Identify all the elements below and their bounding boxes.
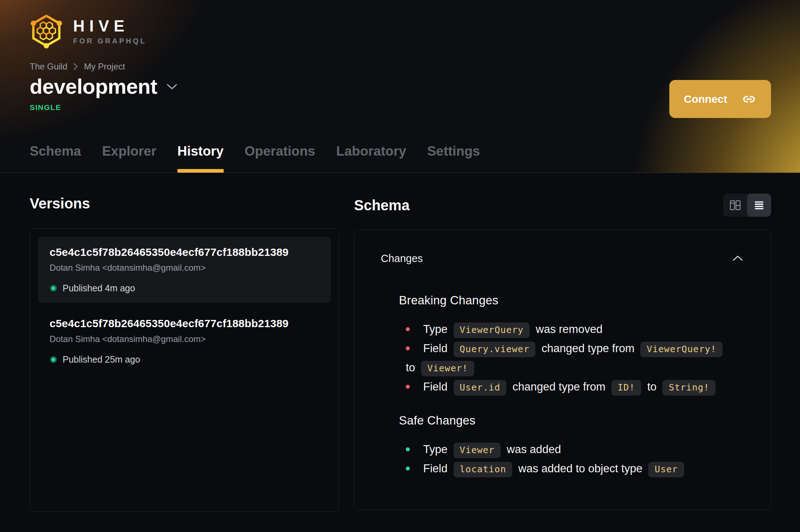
breadcrumb: The Guild My Project <box>30 62 771 72</box>
versions-column: Versions c5e4c1c5f78b26465350e4ecf677cf1… <box>30 173 339 512</box>
code-chip: Viewer <box>454 443 501 458</box>
change-text: to <box>644 380 660 393</box>
version-card[interactable]: c5e4c1c5f78b26465350e4ecf677cf188bb21389… <box>38 237 331 303</box>
change-item: Type Viewer was added <box>406 440 744 459</box>
bullet-dot-icon <box>406 385 410 389</box>
change-text: was removed <box>532 323 602 335</box>
change-item: Field location was added to object type … <box>406 459 744 478</box>
version-author: Dotan Simha <dotansimha@gmail.com> <box>50 334 319 344</box>
chevron-right-icon <box>73 63 78 71</box>
columns-view-button[interactable] <box>723 194 747 217</box>
version-status: Published 25m ago <box>50 354 319 365</box>
change-text: Field <box>423 380 451 393</box>
versions-title: Versions <box>30 195 339 212</box>
bullet-dot-icon <box>406 327 410 331</box>
columns-view-icon <box>729 199 742 212</box>
target-mode-badge: SINGLE <box>30 103 771 112</box>
tab-settings[interactable]: Settings <box>427 144 480 173</box>
breadcrumb-project[interactable]: My Project <box>84 62 125 72</box>
connect-button-label: Connect <box>684 93 727 105</box>
brand-logo[interactable]: HIVE FOR GRAPHQL <box>30 14 771 48</box>
change-list: Type ViewerQuery was removedField Query.… <box>406 320 744 396</box>
change-item: Field Query.viewer changed type from Vie… <box>406 339 744 377</box>
bullet-dot-icon <box>406 346 410 350</box>
schema-changes-panel: Changes Breaking ChangesType ViewerQuery… <box>354 229 771 510</box>
collapse-button[interactable] <box>731 254 744 264</box>
version-status-text: Published 4m ago <box>63 283 135 294</box>
code-chip: location <box>454 462 512 477</box>
schema-title: Schema <box>354 197 409 214</box>
version-author: Dotan Simha <dotansimha@gmail.com> <box>50 263 319 273</box>
change-text: changed type from <box>538 342 637 355</box>
view-toggle <box>723 194 771 217</box>
tab-explorer[interactable]: Explorer <box>102 144 156 173</box>
connect-button[interactable]: Connect <box>669 80 771 118</box>
change-text: Type <box>423 443 451 456</box>
changes-section-header[interactable]: Changes <box>381 230 744 265</box>
bullet-dot-icon <box>406 466 410 470</box>
change-text: Type <box>423 323 451 335</box>
code-chip: String! <box>662 380 715 396</box>
tab-history[interactable]: History <box>177 144 223 173</box>
change-group-title: Safe Changes <box>399 414 744 427</box>
schema-column: Schema Changes <box>354 173 771 512</box>
version-card[interactable]: c5e4c1c5f78b26465350e4ecf677cf188bb21389… <box>38 308 331 374</box>
tab-schema[interactable]: Schema <box>30 144 81 173</box>
breadcrumb-org[interactable]: The Guild <box>30 62 67 72</box>
page-title: development <box>30 75 157 99</box>
brand-tagline: FOR GRAPHQL <box>73 37 147 45</box>
code-chip: ViewerQuery! <box>640 342 723 357</box>
version-status: Published 4m ago <box>50 283 319 294</box>
change-text: changed type from <box>509 380 609 393</box>
change-text: Field <box>423 342 451 355</box>
list-view-icon <box>753 199 765 211</box>
brand-name: HIVE <box>73 18 147 34</box>
list-view-button[interactable] <box>747 194 771 217</box>
change-group-title: Breaking Changes <box>399 294 744 307</box>
version-hash: c5e4c1c5f78b26465350e4ecf677cf188bb21389 <box>50 246 319 258</box>
code-chip: ID! <box>611 380 641 396</box>
change-text: was added <box>504 443 561 456</box>
change-item: Field User.id changed type from ID! to S… <box>406 377 744 396</box>
link-icon <box>741 93 757 105</box>
page-header: HIVE FOR GRAPHQL The Guild My Project de… <box>0 0 800 173</box>
code-chip: Viewer! <box>421 361 474 376</box>
version-status-text: Published 25m ago <box>63 354 140 365</box>
change-text: was added to object type <box>515 462 645 475</box>
published-dot-icon <box>50 356 57 363</box>
change-item: Type ViewerQuery was removed <box>406 320 744 339</box>
code-chip: ViewerQuery <box>454 322 530 338</box>
published-dot-icon <box>50 284 57 292</box>
code-chip: User.id <box>454 380 506 396</box>
change-group-breaking: Breaking ChangesType ViewerQuery was rem… <box>381 294 744 396</box>
code-chip: User <box>648 462 684 477</box>
version-hash: c5e4c1c5f78b26465350e4ecf677cf188bb21389 <box>50 317 319 330</box>
change-text: to <box>406 361 418 374</box>
chevron-down-icon[interactable] <box>167 83 177 90</box>
code-chip: Query.viewer <box>454 342 536 357</box>
change-group-safe: Safe ChangesType Viewer was addedField l… <box>381 414 744 478</box>
changes-label: Changes <box>381 253 423 265</box>
main-content: Versions c5e4c1c5f78b26465350e4ecf677cf1… <box>0 173 800 512</box>
tab-bar: SchemaExplorerHistoryOperationsLaborator… <box>30 144 771 173</box>
changes-body: Breaking ChangesType ViewerQuery was rem… <box>381 294 744 478</box>
chevron-up-icon <box>733 255 743 261</box>
tab-laboratory[interactable]: Laboratory <box>336 144 406 173</box>
tab-operations[interactable]: Operations <box>245 144 315 173</box>
change-list: Type Viewer was addedField location was … <box>406 440 744 478</box>
bullet-dot-icon <box>406 447 410 451</box>
hive-logo-icon <box>30 14 63 48</box>
versions-list: c5e4c1c5f78b26465350e4ecf677cf188bb21389… <box>30 228 339 512</box>
change-text: Field <box>423 462 451 475</box>
